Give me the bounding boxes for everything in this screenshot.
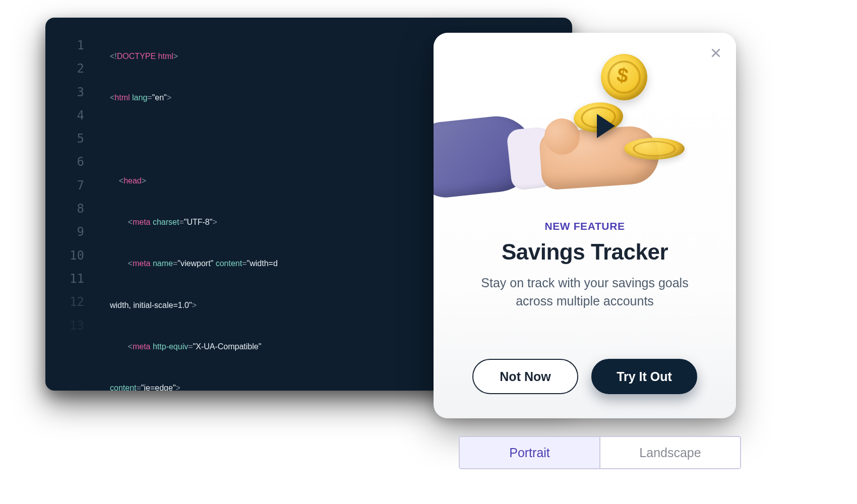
line-number-gutter: 1 2 3 4 5 6 7 8 9 10 11 12 13 <box>45 34 98 337</box>
preview-card: $ NEW FEATURE Savings Tracker Stay on tr… <box>434 33 736 418</box>
tab-landscape[interactable]: Landscape <box>600 437 740 468</box>
eyebrow-label: NEW FEATURE <box>462 220 708 232</box>
line-number: 2 <box>45 57 84 80</box>
orientation-toggle: Portrait Landscape <box>459 436 741 469</box>
play-icon[interactable] <box>597 114 615 138</box>
not-now-button[interactable]: Not Now <box>472 359 578 394</box>
line-number: 7 <box>45 174 84 197</box>
preview-actions: Not Now Try It Out <box>434 359 736 394</box>
line-number: 4 <box>45 104 84 127</box>
line-number: 10 <box>45 244 84 267</box>
coin-icon <box>624 138 685 159</box>
line-number: 8 <box>45 197 84 220</box>
line-number: 1 <box>45 34 84 57</box>
line-number: 5 <box>45 127 84 150</box>
line-number: 13 <box>45 314 84 337</box>
tab-portrait[interactable]: Portrait <box>460 437 600 468</box>
try-it-out-button[interactable]: Try It Out <box>591 359 697 394</box>
line-number: 11 <box>45 267 84 290</box>
line-number: 6 <box>45 150 84 173</box>
line-number: 9 <box>45 220 84 243</box>
line-number: 3 <box>45 81 84 104</box>
line-number: 12 <box>45 290 84 313</box>
preview-content: NEW FEATURE Savings Tracker Stay on trac… <box>434 220 736 310</box>
preview-title: Savings Tracker <box>462 239 708 265</box>
preview-body: Stay on track with your savings goals ac… <box>462 274 708 310</box>
hero-illustration: $ <box>434 48 736 204</box>
